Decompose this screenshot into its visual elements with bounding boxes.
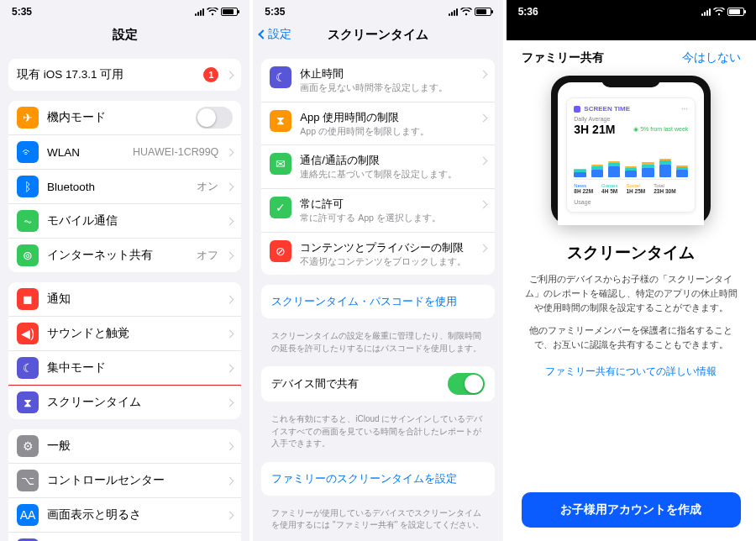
settings-row[interactable]: ☾ 集中モード (8, 350, 241, 385)
settings-row[interactable]: ⊚ インターネット共有オフ (8, 238, 241, 272)
chevron-icon (226, 182, 234, 191)
chevron-icon (226, 398, 234, 407)
settings-row[interactable]: ⧗ App 使用時間の制限App の使用時間を制限します。 (261, 102, 494, 145)
settings-row[interactable]: ᯤ WLANHUAWEI-1CR99Q (8, 134, 241, 169)
phone-mockup: SCREEN TIME⋯ Daily Average 3H 21M◉ 5% fr… (551, 76, 711, 225)
paragraph-1: ご利用のデバイスからお子様の「スクリーンタイム」のレポートを確認し、特定のアプリ… (510, 272, 753, 315)
create-child-account-button[interactable]: お子様用アカウントを作成 (522, 492, 741, 528)
chevron-icon (226, 442, 234, 450)
wifi-icon (713, 8, 725, 16)
passcode-link[interactable]: スクリーンタイム・パスコードを使用 (261, 285, 494, 318)
chevron-icon (226, 217, 234, 225)
settings-row[interactable]: ᛒ Bluetoothオン (8, 169, 241, 203)
chevron-icon (226, 148, 234, 156)
settings-row[interactable]: ☾ 休止時間画面を見ない時間帯を設定します。 (261, 59, 494, 102)
share-footer: これを有効にすると、iCloud にサインインしているデバイスすべての画面を見て… (260, 412, 496, 455)
settings-screen: 5:35 設定 現有 iOS 17.3.1 可用 1 ✈ 機内モードᯤ WLAN… (0, 0, 249, 541)
wifi-icon (207, 8, 218, 16)
family-sharing-sheet: 5:36 ファミリー共有 今はしない SCREEN TIME⋯ Daily Av… (507, 0, 756, 541)
settings-row[interactable]: ⊘ コンテンツとプライバシーの制限不適切なコンテンツをブロックします。 (261, 232, 494, 276)
settings-row[interactable]: AA 画面表示と明るさ (8, 497, 241, 532)
back-button[interactable]: 設定 (260, 27, 291, 42)
settings-row[interactable]: ⚙ 一般 (8, 429, 241, 463)
settings-row[interactable]: ✓ 常に許可常に許可する App を選択します。 (261, 188, 494, 232)
wifi-icon: ᯤ (17, 141, 39, 163)
battery-icon (221, 8, 238, 16)
chevron-icon (226, 476, 234, 485)
bubble-icon: ✉ (270, 153, 291, 175)
gear-icon: ⚙ (17, 435, 39, 457)
hourglass-icon: ⧗ (270, 110, 291, 132)
share-across-devices-row[interactable]: デバイス間で共有 (261, 366, 494, 402)
passcode-footer: スクリーンタイムの設定を厳重に管理したり、制限時間の延長を許可したりするにはパス… (260, 328, 496, 360)
settings-row[interactable]: ⏦ モバイル通信 (8, 203, 241, 238)
battery-icon (475, 8, 491, 16)
chevron-icon (226, 251, 234, 260)
navbar: 設定 (0, 20, 249, 49)
screentime-screen: 5:35 設定 スクリーンタイム ☾ 休止時間画面を見ない時間帯を設定します。 … (253, 0, 502, 541)
chevron-left-icon (259, 29, 268, 39)
settings-row[interactable]: ⧗ スクリーンタイム (8, 385, 241, 419)
wifi-icon (460, 8, 472, 16)
family-footer: ファミリーが使用しているデバイスでスクリーンタイムを使用するには "ファミリー共… (260, 506, 496, 537)
page-title: 設定 (113, 27, 138, 43)
chevron-icon (226, 71, 234, 79)
chevron-icon (479, 71, 487, 79)
settings-row[interactable]: ▦ ホーム画面 (8, 532, 241, 541)
check-icon: ✓ (270, 197, 291, 218)
chevron-icon (479, 157, 487, 165)
cellular-icon: ⏦ (17, 210, 39, 232)
signal-icon (195, 8, 204, 16)
chevron-icon (479, 244, 487, 252)
airplane-icon: ✈ (17, 107, 39, 129)
chevron-icon (226, 364, 234, 372)
hotspot-icon: ⊚ (17, 244, 39, 266)
clock: 5:35 (12, 6, 32, 18)
settings-row[interactable]: ✉ 通信/通話の制限連絡先に基づいて制限を設定します。 (261, 144, 494, 188)
speaker-icon: ◀) (17, 323, 39, 344)
navbar: 設定 スクリーンタイム (253, 20, 502, 49)
chevron-icon (226, 511, 234, 519)
bluetooth-icon: ᛒ (17, 176, 39, 197)
learn-more-link[interactable]: ファミリー共有についての詳しい情報 (510, 365, 753, 378)
paragraph-2: 他のファミリーメンバーを保護者に指名することで、お互いに認識を共有することもでき… (510, 323, 753, 352)
moon-icon: ☾ (270, 66, 291, 88)
clock: 5:35 (265, 6, 285, 18)
toggle[interactable] (196, 107, 233, 129)
battery-icon (727, 8, 744, 16)
nosign-icon: ⊘ (270, 240, 291, 262)
status-bar: 5:36 (507, 0, 756, 20)
moon-icon: ☾ (17, 357, 39, 379)
chevron-icon (479, 113, 487, 122)
hourglass-icon: ⧗ (17, 391, 39, 413)
signal-icon (449, 8, 458, 16)
share-toggle[interactable] (448, 373, 485, 395)
status-bar: 5:35 (0, 0, 249, 20)
status-bar: 5:35 (253, 0, 502, 20)
heading: スクリーンタイム (510, 242, 753, 264)
chevron-icon (479, 200, 487, 208)
software-update-row[interactable]: 現有 iOS 17.3.1 可用 1 (8, 59, 241, 91)
settings-row[interactable]: ✈ 機内モード (8, 101, 241, 134)
chevron-icon (226, 295, 234, 303)
chevron-icon (226, 329, 234, 338)
settings-row[interactable]: ◼ 通知 (8, 282, 241, 316)
clock: 5:36 (518, 6, 538, 18)
signal-icon (701, 8, 711, 16)
bell-icon: ◼ (17, 288, 39, 310)
textsize-icon: AA (17, 504, 39, 526)
badge: 1 (203, 67, 218, 82)
page-title: スクリーンタイム (328, 27, 428, 43)
skip-button[interactable]: 今はしない (682, 50, 741, 66)
family-screentime-link[interactable]: ファミリーのスクリーンタイムを設定 (261, 462, 494, 496)
settings-row[interactable]: ◀) サウンドと触覚 (8, 316, 241, 350)
sliders-icon: ⌥ (17, 470, 39, 491)
sheet-title: ファミリー共有 (522, 50, 604, 66)
settings-row[interactable]: ⌥ コントロールセンター (8, 463, 241, 497)
